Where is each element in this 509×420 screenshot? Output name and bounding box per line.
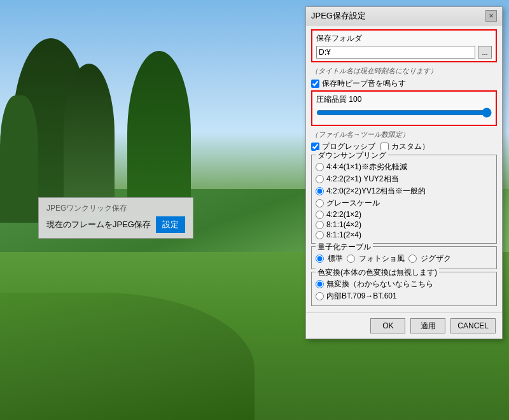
tooltip-popup: JPEGワンクリック保存 現在のフレームをJPEG保存 設定 [38,197,193,239]
ds-radio-1[interactable] [316,175,324,183]
tree-mid [64,64,115,204]
color-options: 無変換（わからないならこちら 内部BT.709→BT.601 [316,279,492,302]
color-conversion-group: 色変換(本体の色変換は無視します) 無変換（わからないならこちら 内部BT.70… [311,272,497,306]
color-option-0: 無変換（わからないならこちら [316,279,492,290]
downsampling-group: ダウンサンプリング 4:4:4(1×1)※赤劣化軽減 4:2:2(2×1) YU… [311,155,497,244]
quantization-title: 量子化テーブル [316,242,373,253]
ds-option-2: 4:2:0(2×2)YV12相当※一般的 [316,186,492,197]
color-radio-0[interactable] [316,280,324,288]
beep-row: 保存時ビープ音を鳴らす [311,78,497,89]
quantization-options: 標準 フォトショ風 ジグザク [316,253,492,264]
dialog-titlebar: JPEG保存設定 × [306,7,502,25]
color-label-1: 内部BT.709→BT.601 [326,291,397,302]
ds-radio-6[interactable] [316,231,324,239]
folder-input[interactable] [316,46,475,59]
apply-button[interactable]: 適用 [410,318,445,333]
quantization-group: 量子化テーブル 標準 フォトショ風 ジグザク [311,246,497,269]
ds-option-1: 4:2:2(2×1) YUY2相当 [316,174,492,185]
auto-label: （ファイル名→ツール数限定） [311,130,497,139]
ds-label-4: 4:2:2(1×2) [326,210,361,219]
quality-slider-container [316,108,492,120]
settings-button[interactable]: 設定 [156,216,185,233]
quality-label: 圧縮品質 100 [316,94,492,105]
browse-button[interactable]: ... [478,46,492,59]
ds-radio-0[interactable] [316,163,324,171]
ds-label-5: 8:1:1(4×2) [326,220,361,229]
ds-radio-4[interactable] [316,211,324,219]
color-label-0: 無変換（わからないならこちら [326,279,433,290]
folder-section: 保存フォルダ ... [311,29,497,62]
quant-radio-0[interactable] [316,255,324,263]
ds-option-4: 4:2:2(1×2) [316,210,492,219]
ds-radio-2[interactable] [316,187,324,195]
ds-option-0: 4:4:4(1×1)※赤劣化軽減 [316,162,492,172]
ds-label-0: 4:4:4(1×1)※赤劣化軽減 [326,162,407,172]
folder-row: ... [316,46,492,59]
downsampling-options: 4:4:4(1×1)※赤劣化軽減 4:2:2(2×1) YUY2相当 4:2:0… [316,162,492,239]
ds-option-5: 8:1:1(4×2) [316,220,492,229]
beep-checkbox[interactable] [311,80,319,88]
color-conversion-title: 色変換(本体の色変換は無視します) [316,267,439,278]
cancel-button[interactable]: CANCEL [450,318,496,333]
ds-label-6: 8:1:1(2×4) [326,230,361,239]
quant-label-0: 標準 [328,253,343,264]
color-option-1: 内部BT.709→BT.601 [316,291,492,302]
quality-section: 圧縮品質 100 [311,90,497,126]
italic-note: （タイトル名は現在時刻名になります） [311,66,497,76]
ds-label-2: 4:2:0(2×2)YV12相当※一般的 [326,186,426,197]
quant-inline: 標準 フォトショ風 ジグザク [316,253,492,264]
quant-radio-1[interactable] [347,255,355,263]
tree-right [127,51,191,216]
quant-radio-2[interactable] [408,255,417,263]
dialog-title: JPEG保存設定 [311,10,366,22]
quant-label-2: ジグザク [421,253,451,264]
downsampling-title: ダウンサンプリング [316,150,388,161]
jpeg-settings-dialog: JPEG保存設定 × 保存フォルダ ... （タイトル名は現在時刻名になります）… [305,6,503,339]
ds-radio-5[interactable] [316,221,324,229]
tree-small [0,95,38,223]
beep-label: 保存時ビープ音を鳴らす [322,78,406,89]
ds-option-6: 8:1:1(2×4) [316,230,492,239]
quality-slider[interactable] [316,108,492,118]
color-radio-1[interactable] [316,292,324,300]
ds-radio-3[interactable] [316,199,324,207]
custom-label: カスタム） [391,141,429,152]
tooltip-row: 現在のフレームをJPEG保存 設定 [46,216,185,233]
ds-label-3: グレースケール [326,198,380,209]
ds-label-1: 4:2:2(2×1) YUY2相当 [326,174,399,185]
dialog-body: 保存フォルダ ... （タイトル名は現在時刻名になります） 保存時ビープ音を鳴ら… [306,25,502,312]
quant-label-1: フォトショ風 [359,253,405,264]
tooltip-save-text: 現在のフレームをJPEG保存 [46,219,151,230]
folder-label: 保存フォルダ [316,33,492,44]
ok-button[interactable]: OK [370,318,405,333]
dialog-footer: OK 適用 CANCEL [306,312,502,339]
tooltip-title: JPEGワンクリック保存 [46,203,185,214]
close-button[interactable]: × [485,10,497,22]
ds-option-3: グレースケール [316,198,492,209]
